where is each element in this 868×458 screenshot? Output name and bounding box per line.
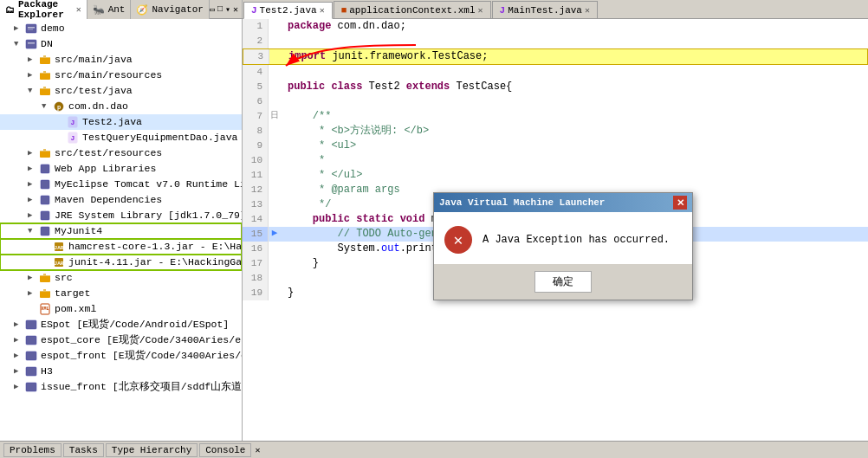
svg-rect-20 [41, 180, 49, 189]
tab-close-appcontext[interactable]: ✕ [478, 5, 483, 16]
svg-text:J: J [71, 134, 75, 142]
svg-rect-28 [40, 275, 50, 282]
tree-item-espot[interactable]: ▶ ESpot [E现货/Code/Android/ESpot] [0, 317, 242, 332]
svg-rect-36 [26, 352, 36, 360]
tree-item-dn[interactable]: ▼ DN [0, 36, 242, 52]
code-line-7: 7 日 /** [243, 109, 868, 124]
chevron-down-left-icon[interactable]: ▾ [225, 4, 230, 15]
tree-item-target[interactable]: ▶ target [0, 286, 242, 301]
java-main-icon: J [500, 5, 506, 16]
svg-rect-23 [41, 227, 49, 235]
code-line-11: 11 * </ul> [243, 168, 868, 183]
ant-icon: 🐜 [93, 4, 105, 16]
tab-ant[interactable]: 🐜 Ant [87, 0, 132, 19]
svg-rect-38 [26, 383, 36, 391]
code-line-1: 1 package com.dn.dao; [243, 19, 868, 34]
code-line-9: 9 * <ul> [243, 139, 868, 153]
close-left-icon[interactable]: ✕ [233, 4, 238, 15]
svg-rect-9 [40, 88, 50, 95]
dialog-title: Java Virtual Machine Launcher [439, 197, 605, 208]
svg-rect-34 [26, 320, 36, 329]
code-line-6: 6 [243, 94, 868, 109]
tree-item-testquery-java[interactable]: J TestQueryEquipmentDao.java [0, 130, 242, 145]
svg-marker-6 [40, 55, 50, 58]
tree-item-com-dn-dao[interactable]: ▼ p com.dn.dao [0, 99, 242, 114]
dialog-message: A Java Exception has occurred. [483, 234, 670, 246]
svg-text:✕: ✕ [454, 232, 463, 249]
svg-rect-5 [40, 57, 50, 64]
tree-item-src-main-resources[interactable]: ▶ src/main/resources [0, 68, 242, 83]
svg-marker-8 [40, 71, 50, 74]
dialog-titlebar[interactable]: Java Virtual Machine Launcher ✕ [434, 193, 692, 212]
tree-item-src[interactable]: ▶ src [0, 270, 242, 286]
status-tab-type-hierarchy[interactable]: Type Hierarchy [106, 443, 198, 457]
tab-navigator[interactable]: 🧭 Navigator [131, 0, 209, 19]
editor-tab-appcontext[interactable]: ■ applicationContext.xml ✕ [334, 1, 491, 18]
tree-item-espot-core[interactable]: ▶ espot_core [E现货/Code/3400Aries/espot_c… [0, 332, 242, 348]
code-line-8: 8 * <b>方法说明: </b> [243, 124, 868, 139]
tree-item-src-main-java[interactable]: ▶ src/main/java [0, 52, 242, 68]
tree-item-demo[interactable]: ▶ demo [0, 21, 242, 36]
status-tab-tasks[interactable]: Tasks [63, 443, 104, 457]
svg-rect-3 [26, 40, 36, 48]
svg-marker-10 [40, 87, 50, 89]
tree-item-junit-jar[interactable]: JAR junit-4.11.jar - E:\HackingGate\libr… [0, 255, 242, 270]
package-explorer-icon: 🗂 [5, 4, 15, 16]
error-icon: ✕ [444, 226, 472, 254]
svg-rect-7 [40, 73, 50, 80]
tree-item-test2-java[interactable]: J Test2.java [0, 114, 242, 130]
tab-close-maintest[interactable]: ✕ [585, 5, 590, 16]
tab-close-test2[interactable]: ✕ [320, 5, 325, 16]
tree-item-issue-front[interactable]: ▶ issue_front [北京移交项目/sddf山东道丰商品电子交易市场有限… [0, 379, 242, 395]
code-line-2: 2 [243, 34, 868, 48]
editor-tab-maintest[interactable]: J MainTest.java ✕ [492, 1, 598, 18]
svg-rect-22 [41, 211, 49, 220]
tree-item-web-app-libraries[interactable]: ▶ Web App Libraries [0, 161, 242, 177]
tree-item-hamcrest-jar[interactable]: JAR hamcrest-core-1.3.jar - E:\HackingGa… [0, 239, 242, 255]
code-line-10: 10 * [243, 153, 868, 168]
code-line-3: 3 import junit.framework.TestCase; [243, 48, 868, 65]
maximize-left-icon[interactable]: □ [217, 4, 223, 14]
svg-marker-18 [40, 149, 50, 152]
jvm-launcher-dialog: Java Virtual Machine Launcher ✕ ✕ A Java… [433, 192, 693, 300]
tree-item-jre-system[interactable]: ▶ JRE System Library [jdk1.7.0_79] [0, 208, 242, 223]
svg-text:XML: XML [41, 306, 49, 312]
svg-rect-37 [26, 367, 36, 376]
tree-item-pom-xml[interactable]: XML pom.xml [0, 301, 242, 317]
tree-item-myeclipse-tomcat[interactable]: ▶ MyEclipse Tomcat v7.0 Runtime Librarie… [0, 177, 242, 192]
dialog-close-button[interactable]: ✕ [673, 196, 687, 210]
code-line-4: 4 [243, 65, 868, 80]
svg-rect-17 [40, 151, 50, 158]
svg-rect-35 [26, 336, 36, 345]
tab-package-explorer[interactable]: 🗂 Package Explorer ✕ [0, 0, 87, 19]
svg-text:p: p [57, 104, 61, 111]
svg-rect-0 [26, 24, 36, 33]
tree-item-src-test-java[interactable]: ▼ src/test/java [0, 83, 242, 99]
dialog-ok-button[interactable]: 确定 [534, 271, 592, 293]
status-tab-problems[interactable]: Problems [3, 443, 62, 457]
navigator-icon: 🧭 [136, 4, 148, 16]
code-line-5: 5 public class Test2 extends TestCase{ [243, 80, 868, 94]
svg-marker-29 [40, 274, 50, 276]
tree-item-maven-deps[interactable]: ▶ Maven Dependencies [0, 192, 242, 208]
svg-text:JAR: JAR [55, 261, 64, 267]
tree-item-myjunit4[interactable]: ▼ MyJunit4 [0, 223, 242, 239]
svg-rect-30 [40, 291, 50, 298]
status-tab-console[interactable]: Console [199, 443, 251, 457]
svg-rect-4 [28, 42, 35, 44]
editor-tab-test2[interactable]: J Test2.java ✕ [243, 2, 333, 19]
java-file-icon: J [251, 5, 257, 16]
svg-text:JAR: JAR [55, 245, 64, 251]
close-status-icon[interactable]: ✕ [255, 445, 260, 455]
tree-item-h3[interactable]: ▶ H3 [0, 364, 242, 379]
svg-rect-19 [41, 164, 49, 173]
tree-item-espot-front[interactable]: ▶ espot_front [E现货/Code/3400Aries/espot_… [0, 348, 242, 364]
svg-marker-31 [40, 289, 50, 292]
svg-rect-21 [41, 196, 49, 204]
tab-close-icon[interactable]: ✕ [76, 4, 81, 15]
svg-rect-2 [28, 29, 33, 30]
minimize-left-icon[interactable]: ▭ [210, 4, 215, 15]
svg-rect-1 [28, 27, 35, 29]
tree-item-src-test-resources[interactable]: ▶ src/test/resources [0, 145, 242, 161]
xml-file-icon: ■ [341, 5, 347, 16]
